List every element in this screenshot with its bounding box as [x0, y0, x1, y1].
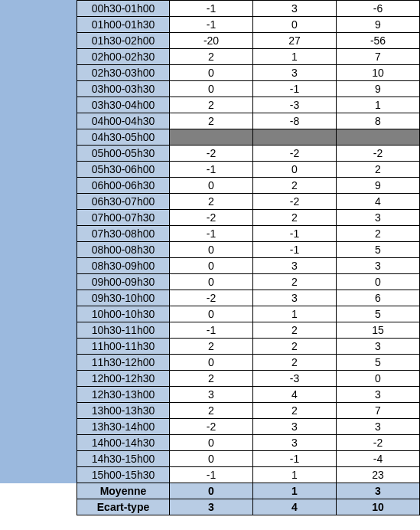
cell: 1 [253, 467, 337, 483]
cell: 2 [253, 403, 337, 419]
table-row: 02h00-02h30217 [77, 49, 420, 65]
table-row: 13h30-14h00-233 [77, 419, 420, 435]
cell: 0 [170, 435, 253, 451]
cell: 0 [170, 242, 253, 258]
cell: -1 [253, 226, 337, 242]
cell: -8 [253, 113, 337, 129]
cell: 1 [253, 306, 337, 322]
cell: 0 [170, 81, 253, 97]
cell: -1 [253, 81, 337, 97]
cell: 0 [170, 274, 253, 290]
cell: 2 [253, 274, 337, 290]
row-label: 10h30-11h00 [77, 322, 170, 339]
table-row: 06h30-07h002-24 [77, 194, 420, 210]
row-label: 12h30-13h00 [77, 387, 170, 403]
cell: 2 [170, 49, 253, 65]
cell: -1 [170, 467, 253, 483]
cell: -2 [337, 435, 420, 451]
cell: -3 [253, 97, 337, 113]
cell: 4 [337, 194, 420, 210]
cell: -1 [170, 322, 253, 339]
cell [170, 129, 253, 146]
table-row: 09h00-09h30020 [77, 274, 420, 290]
row-label: 13h30-14h00 [77, 419, 170, 435]
row-label: 06h00-06h30 [77, 178, 170, 194]
cell: 5 [337, 242, 420, 258]
table-row: 13h00-13h30227 [77, 403, 420, 419]
row-label: 01h30-02h00 [77, 33, 170, 49]
cell: 0 [170, 355, 253, 371]
row-label: 00h30-01h00 [77, 1, 170, 17]
table-row: 12h30-13h00343 [77, 387, 420, 403]
cell: 15 [337, 322, 420, 339]
cell: -2 [253, 194, 337, 210]
cell: 3 [253, 435, 337, 451]
row-label: 04h30-05h00 [77, 129, 170, 146]
cell: 2 [253, 178, 337, 194]
cell: 0 [337, 274, 420, 290]
summary-cell: 3 [170, 499, 253, 515]
table-row: 01h00-01h30-109 [77, 17, 420, 33]
cell: 2 [337, 226, 420, 242]
cell: 9 [337, 17, 420, 33]
cell: -4 [337, 451, 420, 467]
cell: 6 [337, 290, 420, 306]
table-row: 04h00-04h302-88 [77, 113, 420, 129]
cell: -1 [170, 162, 253, 178]
cell: 0 [170, 65, 253, 81]
table-row: 08h30-09h00033 [77, 258, 420, 274]
summary-row: Ecart-type3410 [77, 499, 420, 515]
table-row: 14h30-15h000-1-4 [77, 451, 420, 467]
summary-cell: 10 [337, 499, 420, 515]
table-row: 14h00-14h3003-2 [77, 435, 420, 451]
cell: 2 [170, 371, 253, 387]
cell: 2 [253, 210, 337, 226]
row-label: 13h00-13h30 [77, 403, 170, 419]
row-label: 07h30-08h00 [77, 226, 170, 242]
table-row: 15h00-15h30-1123 [77, 467, 420, 483]
row-label: 08h30-09h00 [77, 258, 170, 274]
table-row: 06h00-06h30029 [77, 178, 420, 194]
cell: 3 [253, 258, 337, 274]
table-row: 08h00-08h300-15 [77, 242, 420, 258]
table-container: 00h30-01h00-13-601h00-01h30-10901h30-02h… [0, 0, 420, 515]
row-label: 11h00-11h30 [77, 339, 170, 355]
table-row: 03h30-04h002-31 [77, 97, 420, 113]
cell: -1 [253, 451, 337, 467]
cell: -1 [170, 1, 253, 17]
left-margin-column [0, 0, 77, 483]
table-row: 09h30-10h00-236 [77, 290, 420, 306]
row-label: 15h00-15h30 [77, 467, 170, 483]
cell [253, 129, 337, 146]
cell: -2 [170, 210, 253, 226]
cell: -3 [253, 371, 337, 387]
cell: 2 [170, 403, 253, 419]
cell: 5 [337, 306, 420, 322]
row-label: 09h00-09h30 [77, 274, 170, 290]
cell: 3 [337, 258, 420, 274]
cell [337, 129, 420, 146]
cell: -56 [337, 33, 420, 49]
table-row: 01h30-02h00-2027-56 [77, 33, 420, 49]
row-label: 03h00-03h30 [77, 81, 170, 97]
cell: -2 [253, 146, 337, 162]
summary-label: Ecart-type [77, 499, 170, 515]
cell: 2 [337, 162, 420, 178]
summary-label: Moyenne [77, 483, 170, 499]
cell: 3 [170, 387, 253, 403]
summary-cell: 3 [337, 483, 420, 499]
table-row: 03h00-03h300-19 [77, 81, 420, 97]
cell: -1 [170, 17, 253, 33]
cell: 9 [337, 178, 420, 194]
cell: 0 [337, 371, 420, 387]
row-label: 10h00-10h30 [77, 306, 170, 322]
summary-row: Moyenne013 [77, 483, 420, 499]
cell: 4 [253, 387, 337, 403]
table-row: 11h30-12h00025 [77, 355, 420, 371]
cell: 27 [253, 33, 337, 49]
cell: -1 [170, 226, 253, 242]
row-label: 14h00-14h30 [77, 435, 170, 451]
row-label: 09h30-10h00 [77, 290, 170, 306]
cell: 23 [337, 467, 420, 483]
row-label: 03h30-04h00 [77, 97, 170, 113]
